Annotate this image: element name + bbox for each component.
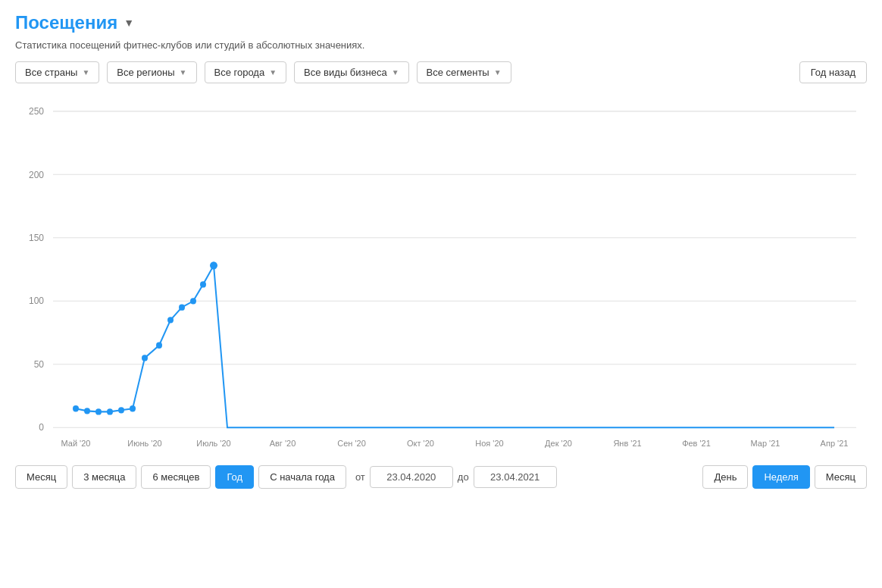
filter-business[interactable]: Все виды бизнеса ▼ [294, 61, 408, 83]
gran-month-button[interactable]: Месяц [815, 465, 867, 489]
year-back-button[interactable]: Год назад [799, 61, 867, 83]
from-date-input[interactable] [370, 466, 453, 488]
period-month-button[interactable]: Месяц [15, 465, 67, 489]
svg-point-36 [210, 261, 217, 269]
svg-text:0: 0 [39, 422, 44, 433]
bottom-controls: Месяц 3 месяца 6 месяцев Год С начала го… [15, 465, 867, 489]
svg-point-30 [142, 355, 148, 361]
period-ytd-button[interactable]: С начала года [258, 465, 346, 489]
svg-text:Янв '21: Янв '21 [613, 439, 641, 448]
title-dropdown-icon[interactable]: ▼ [124, 17, 134, 29]
filter-regions-arrow: ▼ [180, 68, 187, 77]
to-date-input[interactable] [474, 466, 557, 488]
filter-countries-arrow: ▼ [82, 68, 89, 77]
svg-text:150: 150 [29, 233, 44, 243]
svg-text:250: 250 [29, 106, 44, 117]
page-title: Посещения [15, 12, 117, 33]
svg-point-34 [190, 298, 196, 304]
svg-text:Ноя '20: Ноя '20 [475, 439, 503, 448]
svg-point-28 [118, 407, 124, 413]
chart-svg: 0 50 100 150 200 250 Май '20 Июнь '20 Ию… [15, 95, 867, 459]
svg-text:Окт '20: Окт '20 [407, 439, 434, 448]
filter-regions[interactable]: Все регионы ▼ [107, 61, 196, 83]
filter-countries[interactable]: Все страны ▼ [15, 61, 99, 83]
chart-area: 0 50 100 150 200 250 Май '20 Июнь '20 Ию… [15, 95, 867, 459]
svg-point-32 [167, 317, 174, 323]
svg-point-26 [95, 408, 102, 414]
svg-point-31 [156, 342, 162, 349]
svg-text:Июль '20: Июль '20 [196, 439, 230, 448]
filter-cities-arrow: ▼ [269, 68, 277, 77]
period-3months-button[interactable]: 3 месяца [72, 465, 136, 489]
subtitle: Статистика посещений фитнес-клубов или с… [15, 39, 867, 51]
header-row: Посещения ▼ [15, 12, 867, 33]
svg-text:Фев '21: Фев '21 [682, 439, 711, 448]
date-range: от до [355, 466, 557, 488]
svg-text:50: 50 [34, 359, 45, 370]
svg-point-27 [107, 408, 113, 414]
filter-cities[interactable]: Все города ▼ [205, 61, 287, 83]
period-year-button[interactable]: Год [215, 465, 254, 489]
svg-point-33 [179, 304, 185, 310]
to-label: до [458, 471, 469, 483]
svg-text:200: 200 [29, 169, 44, 180]
svg-text:Авг '20: Авг '20 [270, 439, 296, 448]
page-container: Посещения ▼ Статистика посещений фитнес-… [0, 0, 882, 588]
period-6months-button[interactable]: 6 месяцев [141, 465, 211, 489]
svg-text:Сен '20: Сен '20 [337, 439, 366, 448]
svg-text:Мар '21: Мар '21 [751, 439, 780, 448]
granularity-buttons: День Неделя Месяц [702, 465, 867, 489]
svg-text:Май '20: Май '20 [61, 439, 91, 448]
svg-text:Дек '20: Дек '20 [545, 439, 572, 448]
filters-row: Все страны ▼ Все регионы ▼ Все города ▼ … [15, 61, 867, 83]
svg-text:100: 100 [29, 296, 44, 306]
gran-day-button[interactable]: День [702, 465, 748, 489]
filter-business-arrow: ▼ [392, 68, 399, 77]
svg-point-35 [200, 281, 206, 287]
svg-point-24 [73, 405, 79, 411]
from-label: от [355, 471, 365, 483]
svg-point-25 [84, 408, 90, 414]
svg-point-29 [130, 405, 136, 411]
filter-segments-arrow: ▼ [494, 68, 502, 77]
gran-week-button[interactable]: Неделя [752, 465, 809, 489]
svg-text:Июнь '20: Июнь '20 [127, 439, 161, 448]
svg-text:Апр '21: Апр '21 [821, 439, 849, 448]
filter-segments[interactable]: Все сегменты ▼ [417, 61, 511, 83]
